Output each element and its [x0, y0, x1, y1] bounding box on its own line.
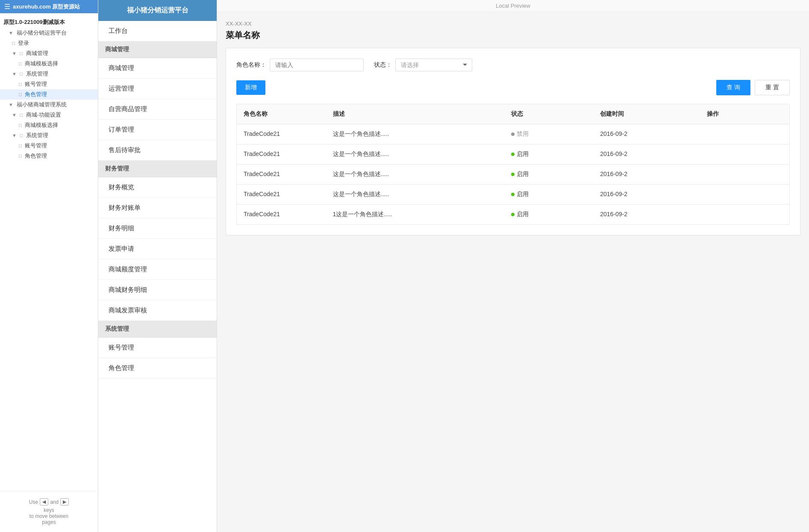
- cell-date: 2016-09-2: [593, 205, 700, 224]
- sidebar-item-mall-template2[interactable]: □ 商城模板选择: [0, 120, 98, 130]
- status-dot: [511, 153, 515, 156]
- nav-finance-reconcile[interactable]: 财务对账单: [98, 198, 217, 218]
- cell-desc: 这是一个角色描述.....: [326, 124, 504, 144]
- page-icon: □: [19, 153, 22, 159]
- nav-invoice-apply[interactable]: 发票申请: [98, 239, 217, 259]
- nav-account-mgmt[interactable]: 账号管理: [98, 338, 217, 358]
- th-action: 操作: [700, 104, 789, 124]
- main-content: Local Preview XX-XX-XX 菜单名称 角色名称： 状态： 请选…: [217, 0, 809, 532]
- th-desc: 描述: [326, 104, 504, 124]
- breadcrumb: XX-XX-XX: [226, 21, 800, 27]
- nav-finance-detail[interactable]: 财务明细: [98, 218, 217, 239]
- sidebar-item-label: 账号管理: [25, 81, 47, 87]
- page-icon: □: [12, 41, 15, 46]
- status-dot: [511, 213, 515, 216]
- sidebar-item-mall-template[interactable]: □ 商城模板选择: [0, 59, 98, 69]
- cell-desc: 这是一个角色描述.....: [326, 165, 504, 184]
- sidebar-item-mall-mgmt[interactable]: ▼ □ 商城管理: [0, 48, 98, 59]
- nav-mall-quota[interactable]: 商城额度管理: [98, 259, 217, 280]
- hamburger-icon[interactable]: ☰: [4, 3, 10, 11]
- cell-role-name: TradeCode21: [237, 165, 326, 184]
- nav-mall-mgmt[interactable]: 商城管理: [98, 58, 217, 79]
- cell-status: 启用: [504, 165, 594, 184]
- nav-role-mgmt[interactable]: 角色管理: [98, 358, 217, 379]
- sidebar-item-role-mgmt[interactable]: □ 角色管理: [0, 89, 98, 100]
- data-table: 角色名称 描述 状态 创建时间 操作 TradeCode21 这是一个角色描述.…: [236, 104, 790, 225]
- sidebar-item-sys-mgmt2[interactable]: ▼ □ 系统管理: [0, 130, 98, 141]
- cell-actions: [700, 144, 789, 164]
- add-button[interactable]: 新增: [236, 80, 265, 95]
- keys-label: keys: [4, 507, 94, 513]
- nav-workbench[interactable]: 工作台: [98, 21, 217, 41]
- nav-group-sys: 系统管理: [98, 321, 217, 338]
- nav-mall-invoice[interactable]: 商城发票审核: [98, 300, 217, 321]
- expand-icon: ▼: [12, 71, 17, 76]
- th-role-name: 角色名称: [237, 104, 326, 124]
- status-dot: [511, 173, 515, 176]
- sidebar-item-account-mgmt2[interactable]: □ 账号管理: [0, 141, 98, 151]
- nav-group-mall: 商城管理: [98, 41, 217, 58]
- cell-actions: [700, 205, 789, 224]
- nav-order-mgmt[interactable]: 订单管理: [98, 120, 217, 140]
- site-link: axurehub.com 原型资源站: [13, 3, 80, 11]
- reset-button[interactable]: 重 置: [755, 80, 790, 95]
- nav-group-finance: 财务管理: [98, 161, 217, 177]
- status-filter: 状态： 请选择 启用 禁用: [374, 59, 472, 71]
- status-dot: [511, 193, 515, 196]
- sidebar-item-mall-func[interactable]: ▼ □ 商城-功能设置: [0, 110, 98, 120]
- role-name-input[interactable]: [270, 59, 364, 71]
- th-date: 创建时间: [593, 104, 700, 124]
- sidebar-item-label: 福小猪商城管理系统: [17, 101, 67, 108]
- nav-finance-overview[interactable]: 财务概览: [98, 177, 217, 198]
- nav-mall-finance-detail[interactable]: 商城财务明细: [98, 280, 217, 300]
- page-header: Local Preview: [217, 0, 809, 12]
- left-top-bar: ☰ axurehub.com 原型资源站: [0, 0, 98, 13]
- cell-actions: [700, 185, 789, 204]
- nav-ops-mgmt[interactable]: 运营管理: [98, 79, 217, 99]
- page-icon: □: [19, 92, 22, 97]
- sidebar-item-mall-sys[interactable]: ▼ 福小猪商城管理系统: [0, 100, 98, 110]
- cell-desc: 这是一个角色描述.....: [326, 185, 504, 204]
- sidebar-item-label: 登录: [18, 40, 29, 46]
- cell-status: 禁用: [504, 124, 594, 144]
- status-select[interactable]: 请选择 启用 禁用: [395, 59, 472, 71]
- sidebar-item-label: 系统管理: [26, 132, 48, 138]
- page-icon: □: [19, 82, 22, 87]
- cell-desc: 1这是一个角色描述.....: [326, 205, 504, 224]
- sidebar-item-sys-mgmt[interactable]: ▼ □ 系统管理: [0, 69, 98, 79]
- role-name-label: 角色名称：: [236, 61, 266, 69]
- cell-status: 启用: [504, 144, 594, 164]
- cell-status: 启用: [504, 205, 594, 224]
- role-name-filter: 角色名称：: [236, 59, 364, 71]
- right-buttons: 查 询 重 置: [716, 80, 790, 95]
- sidebar-item-platform[interactable]: ▼ 福小猪分销运营平台: [0, 28, 98, 38]
- key-right[interactable]: ▶: [60, 498, 69, 506]
- nav-self-product[interactable]: 自营商品管理: [98, 99, 217, 120]
- cell-date: 2016-09-2: [593, 185, 700, 204]
- sidebar-item-account-mgmt[interactable]: □ 账号管理: [0, 79, 98, 89]
- table-row: TradeCode21 这是一个角色描述..... 禁用 2016-09-2: [237, 124, 789, 144]
- table-row: TradeCode21 这是一个角色描述..... 启用 2016-09-2: [237, 165, 789, 185]
- local-preview-label: Local Preview: [496, 3, 530, 9]
- sidebar-item-role-mgmt2[interactable]: □ 角色管理: [0, 151, 98, 161]
- folder-icon: □: [20, 112, 23, 118]
- query-button[interactable]: 查 询: [716, 80, 750, 95]
- expand-icon: ▼: [12, 112, 17, 118]
- table-row: TradeCode21 这是一个角色描述..... 启用 2016-09-2: [237, 144, 789, 165]
- and-label: and: [50, 499, 59, 505]
- sidebar-item-label: 角色管理: [25, 91, 47, 97]
- sidebar-item-label: 商城管理: [26, 50, 48, 56]
- sidebar-item-login[interactable]: □ 登录: [0, 38, 98, 48]
- table-header: 角色名称 描述 状态 创建时间 操作: [237, 104, 789, 124]
- cell-role-name: TradeCode21: [237, 144, 326, 164]
- pages-label: pages: [4, 519, 94, 525]
- middle-panel: 福小猪分销运营平台 工作台 商城管理 商城管理 运营管理 自营商品管理 订单管理…: [98, 0, 217, 532]
- expand-icon: ▼: [9, 102, 13, 107]
- nav-after-sale[interactable]: 售后待审批: [98, 140, 217, 161]
- content-card: 角色名称： 状态： 请选择 启用 禁用 新增: [226, 48, 800, 235]
- folder-icon: □: [20, 71, 23, 76]
- sidebar-item-label: 商城模板选择: [25, 122, 58, 128]
- cell-role-name: TradeCode21: [237, 124, 326, 144]
- expand-icon: ▼: [9, 30, 13, 35]
- key-left[interactable]: ◀: [40, 498, 48, 506]
